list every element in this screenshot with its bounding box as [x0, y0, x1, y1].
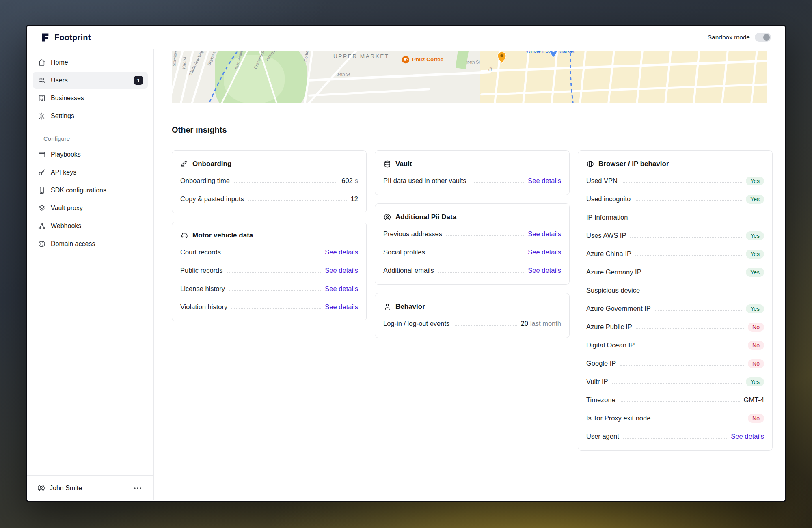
insight-row: Previous addresses See details — [383, 225, 561, 243]
dotted-leader — [471, 182, 524, 183]
dotted-leader — [646, 274, 742, 274]
dotted-leader — [454, 325, 516, 326]
edit-icon — [180, 160, 188, 168]
dotted-leader — [446, 235, 524, 236]
row-label: Digital Ocean IP — [586, 341, 635, 349]
insight-row: Azure Government IP Yes — [586, 300, 764, 318]
gear-icon — [38, 112, 46, 120]
row-label: Social profiles — [383, 248, 425, 256]
insight-row: Azure Germany IP Yes — [586, 263, 764, 281]
sidebar-item-label: Settings — [51, 112, 74, 120]
row-label: Suspicious device — [586, 287, 640, 294]
section-title: Other insights — [172, 125, 767, 135]
sidebar-item-label: Vault proxy — [51, 205, 83, 212]
map[interactable]: Starview Knollvi Skyview Way Gladeview W… — [172, 51, 767, 103]
sidebar-nav: Home Users 1 Businesses Settings Configu… — [27, 54, 153, 253]
dotted-leader — [620, 401, 740, 402]
footprint-logo-icon — [40, 32, 50, 43]
insight-row: License history See details — [180, 280, 358, 298]
row-label: Timezone — [586, 396, 615, 404]
insight-row: Used VPN Yes — [586, 172, 764, 190]
see-details-link[interactable]: See details — [528, 177, 561, 185]
dotted-leader — [630, 237, 742, 238]
map-marker-pin-blue-icon[interactable] — [549, 51, 557, 59]
sidebar-item-vault-proxy[interactable]: Vault proxy — [33, 200, 148, 217]
sidebar-item-businesses[interactable]: Businesses — [33, 90, 148, 107]
row-value: 12 — [351, 195, 358, 203]
row-label: User agent — [586, 433, 619, 440]
sidebar-user[interactable]: John Smite — [27, 475, 153, 500]
map-poi-philz-label[interactable]: Philz Coffee — [412, 56, 443, 62]
webhook-icon — [38, 222, 46, 230]
sidebar-item-domain-access[interactable]: Domain access — [33, 235, 148, 252]
status-badge: Yes — [746, 304, 764, 313]
sandbox-mode-control: Sandbox mode — [708, 33, 771, 42]
sidebar-item-webhooks[interactable]: Webhooks — [33, 218, 148, 235]
row-label: Used incognito — [586, 195, 631, 203]
insight-row: Public records See details — [180, 261, 358, 280]
row-value: 20last month — [521, 320, 561, 328]
sidebar-item-label: Businesses — [51, 95, 84, 102]
see-details-link[interactable]: See details — [528, 248, 561, 256]
dotted-leader — [655, 310, 742, 311]
see-details-link[interactable]: See details — [528, 267, 561, 274]
dotted-leader — [231, 308, 321, 309]
card-title: Motor vehicle data — [192, 231, 253, 239]
sidebar-item-label: Webhooks — [51, 222, 81, 230]
sandbox-mode-label: Sandbox mode — [708, 34, 750, 41]
map-street-label: 24th St — [466, 59, 480, 65]
status-badge: No — [748, 359, 764, 368]
sidebar-item-label: SDK configurations — [51, 187, 106, 194]
insight-row: Azure China IP Yes — [586, 245, 764, 263]
user-name: John Smite — [50, 485, 82, 492]
insight-subhead-row: IP Information — [586, 208, 764, 226]
insight-row: Court records See details — [180, 243, 358, 261]
toggle-knob — [763, 34, 770, 41]
sidebar-item-sdk-configurations[interactable]: SDK configurations — [33, 182, 148, 199]
card-title: Browser / IP behavior — [598, 160, 669, 168]
card-browser-ip: Browser / IP behavior Used VPN Yes Used … — [578, 150, 773, 451]
dotted-leader — [429, 254, 524, 254]
dotted-leader — [639, 347, 744, 347]
row-label: Violation history — [180, 303, 227, 311]
coffee-poi-icon[interactable] — [402, 56, 410, 65]
row-label: Copy & pasted inputs — [180, 195, 244, 203]
sidebar-item-api-keys[interactable]: API keys — [33, 164, 148, 181]
card-additional-pii: Additional Pii Data Previous addresses S… — [375, 203, 570, 285]
sidebar-section-configure: Configure — [33, 135, 148, 142]
card-title: Vault — [395, 160, 412, 168]
row-label: PII data used in other vaults — [383, 177, 466, 185]
dotted-leader — [654, 420, 744, 420]
dotted-leader — [248, 200, 347, 201]
see-details-link[interactable]: See details — [325, 267, 358, 274]
sidebar-item-playbooks[interactable]: Playbooks — [33, 146, 148, 163]
row-label: Previous addresses — [383, 230, 442, 238]
insight-row: PII data used in other vaults See detail… — [383, 172, 561, 190]
dotted-leader — [620, 365, 744, 366]
row-label: Azure China IP — [586, 250, 631, 258]
see-details-link[interactable]: See details — [731, 433, 764, 440]
building-icon — [38, 94, 46, 102]
dotted-leader — [225, 254, 321, 254]
insight-row: Google IP No — [586, 354, 764, 373]
top-bar: Footprint Sandbox mode — [27, 26, 785, 49]
sidebar-item-settings[interactable]: Settings — [33, 108, 148, 125]
status-badge: No — [748, 323, 764, 332]
sandbox-toggle[interactable] — [755, 33, 771, 42]
map-street-label: Ca — [488, 66, 493, 72]
row-label: Log-in / log-out events — [383, 320, 449, 328]
sidebar-item-users[interactable]: Users 1 — [33, 72, 148, 89]
sidebar-item-home[interactable]: Home — [33, 54, 148, 71]
row-value: GMT-4 — [744, 396, 764, 404]
map-marker-pin-icon[interactable] — [497, 52, 506, 65]
see-details-link[interactable]: See details — [325, 248, 358, 256]
status-badge: Yes — [746, 177, 764, 185]
more-menu-button[interactable] — [132, 485, 144, 491]
card-title: Additional Pii Data — [395, 213, 456, 221]
see-details-link[interactable]: See details — [325, 285, 358, 293]
sidebar: Home Users 1 Businesses Settings Configu… — [27, 49, 154, 500]
row-label: Azure Public IP — [586, 323, 632, 331]
dotted-leader — [635, 255, 742, 256]
see-details-link[interactable]: See details — [528, 230, 561, 238]
see-details-link[interactable]: See details — [325, 303, 358, 311]
